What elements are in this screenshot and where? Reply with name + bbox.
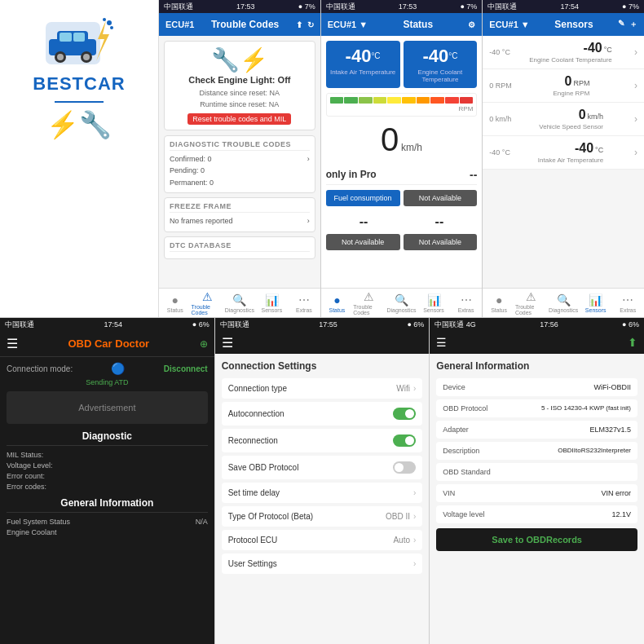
dtc-db-section[interactable]: DTC DATABASE bbox=[164, 236, 315, 259]
mil-label: MIL Status: bbox=[7, 451, 43, 459]
dash-2: -- bbox=[435, 214, 444, 229]
battery-3: ● 7% bbox=[622, 2, 639, 11]
status-bar-1: 中国联通 17:53 ● 7% bbox=[159, 0, 320, 13]
temp1-value: -40°C bbox=[329, 46, 397, 67]
share-icon-6[interactable]: ⬆ bbox=[628, 336, 637, 349]
hamburger-icon-4[interactable]: ☰ bbox=[7, 336, 18, 351]
sensor-row-1[interactable]: -40 °C -40°C Engine Coolant Temperature … bbox=[483, 36, 644, 69]
ecu-selector-3[interactable]: ECU#1 ▼ bbox=[489, 20, 529, 29]
reset-button[interactable]: Reset trouble codes and MIL bbox=[187, 113, 291, 125]
error-codes-row: Error codes: bbox=[7, 483, 208, 491]
protocol-ecu-row[interactable]: Protocol ECU Auto › bbox=[222, 530, 423, 550]
engine-coolant-label: Engine Coolant bbox=[7, 528, 57, 536]
dtc-section: DIAGNOSTIC TROUBLE CODES Confirmed: 0 › … bbox=[164, 135, 315, 193]
fuel-system-value: N/A bbox=[196, 518, 208, 526]
tab-diag-3[interactable]: 🔍 Diagnostics bbox=[547, 289, 580, 317]
tab-trouble-1[interactable]: ⚠ Trouble Codes bbox=[192, 289, 224, 317]
runtime-info: Runtime since reset: NA bbox=[170, 99, 310, 111]
share-icon[interactable]: ⬆ bbox=[296, 20, 302, 29]
sensor-arrow-3: › bbox=[634, 113, 637, 125]
fuel-consumption-btn[interactable]: Fuel consumption bbox=[326, 190, 400, 206]
reconnection-row[interactable]: Reconnection bbox=[222, 429, 423, 452]
sensor-row-2[interactable]: 0 RPM 0RPM Engine RPM › bbox=[483, 69, 644, 103]
na-row: Not Available Not Available bbox=[326, 234, 478, 250]
tab-diag-1[interactable]: 🔍 Diagnostics bbox=[223, 289, 256, 317]
tab-sensors-2[interactable]: 📊 Sensors bbox=[417, 289, 450, 317]
tab-diag-2[interactable]: 🔍 Diagnostics bbox=[386, 289, 418, 317]
nav-title-3: Sensors bbox=[554, 19, 593, 30]
description-row: Description OBDIItoRS232Interpreter bbox=[436, 442, 637, 460]
fuel-system-label: Fuel System Status bbox=[7, 518, 70, 526]
tab-extras-1[interactable]: ⋯ Extras bbox=[288, 289, 320, 317]
vin-key: VIN bbox=[443, 489, 528, 497]
tab-bar-3: ● Status ⚠ Trouble Codes 🔍 Diagnostics 📊… bbox=[483, 288, 644, 317]
error-codes-label: Error codes: bbox=[7, 483, 46, 491]
settings-icon-2[interactable]: ⚙ bbox=[468, 20, 475, 29]
chevron-conn-type: › bbox=[413, 384, 416, 393]
conn-type-row[interactable]: Connection type Wifi › bbox=[222, 378, 423, 399]
protocol-beta-row[interactable]: Type Of Protocol (Beta) OBD II › bbox=[222, 506, 423, 527]
hamburger-icon-5[interactable]: ☰ bbox=[222, 335, 233, 351]
tab-status-2[interactable]: ● Status bbox=[321, 289, 354, 317]
tab-trouble-3[interactable]: ⚠ Trouble Codes bbox=[515, 289, 548, 317]
hamburger-icon-6[interactable]: ☰ bbox=[436, 336, 447, 349]
status-content: -40°C Intake Air Temperature -40°C Engin… bbox=[321, 36, 483, 288]
nav-icons-2: ⚙ bbox=[468, 20, 475, 29]
time-delay-row[interactable]: Set time delay › bbox=[222, 483, 423, 503]
save-obd-row[interactable]: Save OBD Protocol bbox=[222, 456, 423, 479]
status-tab-icon: ● bbox=[172, 293, 179, 307]
tab-extras-3[interactable]: ⋯ Extras bbox=[611, 289, 644, 317]
battery-2: ● 7% bbox=[460, 2, 477, 11]
distance-info: Distance since reset: NA bbox=[170, 88, 310, 99]
refresh-icon[interactable]: ↻ bbox=[307, 20, 314, 29]
tab-bar-2: ● Status ⚠ Trouble Codes 🔍 Diagnostics 📊… bbox=[321, 288, 483, 317]
svg-point-11 bbox=[103, 18, 106, 21]
vin-row: VIN VIN error bbox=[436, 484, 637, 502]
sensor-arrow-4: › bbox=[634, 147, 637, 158]
battery-1: ● 7% bbox=[298, 2, 315, 11]
not-available-3: Not Available bbox=[404, 234, 478, 250]
sensor-row-4[interactable]: -40 °C -40°C Intake Air Temperature › bbox=[483, 136, 644, 170]
chevron-ecu: › bbox=[413, 536, 416, 545]
rpm-seg-6 bbox=[402, 97, 416, 104]
connection-mode-row: Connection mode: 🔵 Disconnect bbox=[7, 362, 208, 375]
obd-nav-icon[interactable]: ⊕ bbox=[200, 338, 208, 350]
sensor-left-2: 0 RPM bbox=[489, 82, 512, 90]
save-obd-records-btn[interactable]: Save to OBDRecords bbox=[436, 528, 637, 551]
sensor-row-3[interactable]: 0 km/h 0km/h Vehicle Speed Sensor › bbox=[483, 103, 644, 136]
logo-divider bbox=[55, 101, 104, 103]
rpm-seg-4 bbox=[373, 97, 387, 104]
add-icon-3[interactable]: ＋ bbox=[629, 19, 637, 30]
tab-trouble-2[interactable]: ⚠ Trouble Codes bbox=[353, 289, 386, 317]
reconnection-toggle[interactable] bbox=[393, 434, 416, 447]
description-val: OBDIItoRS232Interpreter bbox=[528, 447, 631, 454]
disconnect-btn[interactable]: Disconnect bbox=[164, 364, 208, 373]
time-2: 17:53 bbox=[399, 2, 417, 11]
obd-app-title: OBD Car Doctor bbox=[68, 337, 149, 350]
nav-bar-2: ECU#1 ▼ Status ⚙ bbox=[321, 13, 483, 36]
save-obd-toggle[interactable] bbox=[393, 461, 416, 474]
ecu-selector-1[interactable]: ECU#1 bbox=[165, 20, 194, 29]
tab-sensors-3[interactable]: 📊 Sensors bbox=[580, 289, 612, 317]
time-1: 17:53 bbox=[236, 2, 255, 11]
temp1-label: Intake Air Temperature bbox=[329, 68, 397, 76]
edit-icon-3[interactable]: ✎ bbox=[618, 19, 624, 30]
autoconnection-toggle[interactable] bbox=[393, 408, 416, 420]
tab-status-3[interactable]: ● Status bbox=[483, 289, 515, 317]
trouble-content: 🔧⚡ Check Engine Light: Off Distance sinc… bbox=[159, 36, 320, 288]
svg-rect-4 bbox=[73, 33, 85, 42]
carrier-3: 中国联通 bbox=[487, 2, 517, 12]
tab-sensors-1[interactable]: 📊 Sensors bbox=[256, 289, 289, 317]
user-settings-row[interactable]: User Settings › bbox=[222, 554, 423, 574]
sensor-left-3: 0 km/h bbox=[489, 115, 511, 123]
tab-extras-2[interactable]: ⋯ Extras bbox=[450, 289, 483, 317]
autoconnection-row[interactable]: Autoconnection bbox=[222, 402, 423, 426]
ecu-selector-2[interactable]: ECU#1 ▼ bbox=[328, 20, 368, 29]
tab-status-1[interactable]: ● Status bbox=[159, 289, 192, 317]
nav-title-1: Trouble Codes bbox=[211, 19, 279, 30]
status-bar-3: 中国联通 17:54 ● 7% bbox=[483, 0, 644, 13]
dash-row: -- -- bbox=[326, 210, 478, 234]
time-4: 17:54 bbox=[104, 320, 123, 329]
sensor-right-2: 0RPM Engine RPM bbox=[553, 74, 589, 97]
svg-rect-3 bbox=[60, 33, 72, 42]
